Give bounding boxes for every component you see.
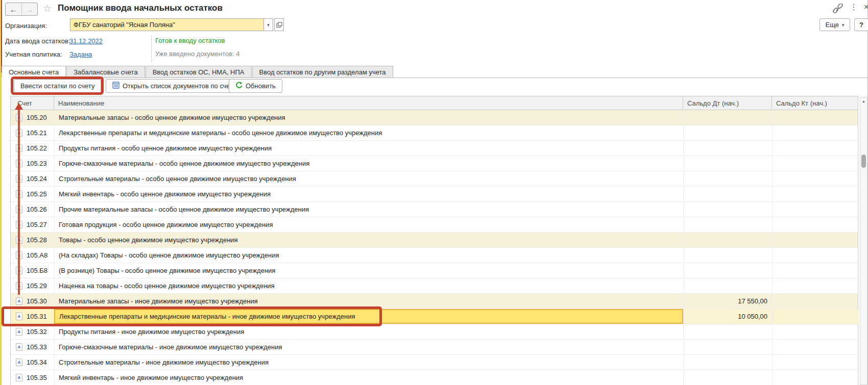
debit-balance-cell[interactable] bbox=[683, 202, 772, 217]
table-row[interactable]: А105.24Строительные материалы - особо це… bbox=[11, 171, 858, 187]
close-icon[interactable]: × bbox=[864, 3, 868, 12]
table-row[interactable]: А105.Б8(В рознице) Товары - особо ценное… bbox=[11, 263, 858, 278]
credit-balance-cell[interactable] bbox=[772, 294, 859, 309]
debit-balance-cell[interactable] bbox=[683, 263, 772, 278]
credit-balance-cell[interactable] bbox=[772, 263, 859, 278]
credit-balance-cell[interactable] bbox=[772, 187, 859, 201]
organization-input[interactable]: ФГБУ санаторий "Ясная Поляна" bbox=[70, 18, 264, 31]
get-link-icon[interactable] bbox=[832, 4, 843, 17]
accounting-policy-link[interactable]: Задана bbox=[69, 50, 92, 58]
account-cell[interactable]: А105.35 bbox=[11, 370, 54, 385]
account-cell[interactable]: А105.А8 bbox=[11, 248, 54, 263]
credit-balance-cell[interactable] bbox=[772, 324, 859, 339]
debit-balance-cell[interactable] bbox=[683, 187, 772, 201]
account-cell[interactable]: А105.27 bbox=[11, 217, 54, 232]
debit-balance-cell[interactable]: 10 050,00 bbox=[683, 309, 772, 324]
account-name-cell[interactable]: Продукты питания - иное движимое имущест… bbox=[54, 324, 683, 339]
table-row[interactable]: А105.32Продукты питания - иное движимое … bbox=[11, 324, 858, 340]
credit-balance-cell[interactable] bbox=[772, 141, 859, 156]
credit-balance-cell[interactable] bbox=[772, 156, 859, 171]
account-cell[interactable]: А105.30 bbox=[11, 294, 54, 309]
scrollbar-thumb[interactable] bbox=[861, 155, 866, 168]
table-row[interactable]: А105.22Продукты питания - особо ценное д… bbox=[11, 141, 858, 156]
account-cell[interactable]: А105.24 bbox=[11, 171, 54, 186]
debit-balance-cell[interactable] bbox=[683, 278, 772, 293]
table-row[interactable]: А105.31Лекарственные препараты и медицин… bbox=[11, 309, 858, 324]
debit-balance-cell[interactable]: 17 550,00 bbox=[683, 294, 772, 309]
credit-balance-cell[interactable] bbox=[772, 233, 859, 247]
account-cell[interactable]: А105.21 bbox=[11, 125, 54, 140]
scroll-up-icon[interactable]: ▲ bbox=[860, 97, 867, 105]
table-row[interactable]: А105.33Горюче-смазочные материалы - иное… bbox=[11, 340, 858, 355]
account-cell[interactable]: А105.25 bbox=[11, 187, 54, 201]
forward-button[interactable]: → bbox=[21, 3, 38, 15]
table-row[interactable]: А105.20Материальные запасы - особо ценно… bbox=[11, 110, 858, 125]
account-name-cell[interactable]: Готовая продукция - особо ценное движимо… bbox=[54, 217, 683, 232]
debit-balance-cell[interactable] bbox=[683, 324, 772, 339]
refresh-button[interactable]: Обновить bbox=[229, 79, 282, 93]
account-cell[interactable]: А105.28 bbox=[11, 233, 54, 247]
account-cell[interactable]: А105.22 bbox=[11, 141, 54, 156]
tab-2[interactable]: Ввод остатков ОС, НМА, НПА bbox=[146, 66, 252, 78]
credit-balance-cell[interactable] bbox=[772, 171, 859, 186]
favorite-star-icon[interactable]: ☆ bbox=[43, 3, 52, 14]
account-name-cell[interactable]: Наценка на товары - особо ценное движимо… bbox=[54, 278, 683, 293]
account-name-cell[interactable]: Горюче-смазочные материалы - особо ценно… bbox=[54, 156, 683, 171]
vertical-scrollbar[interactable]: ▲ bbox=[860, 97, 867, 385]
more-button[interactable]: Еще ▾ bbox=[819, 18, 850, 31]
credit-balance-cell[interactable] bbox=[772, 340, 859, 354]
account-name-cell[interactable]: Продукты питания - особо ценное движимое… bbox=[54, 141, 683, 156]
credit-balance-cell[interactable] bbox=[772, 202, 859, 217]
tab-1[interactable]: Забалансовые счета bbox=[66, 66, 144, 78]
more-menu-icon[interactable]: ⋮ bbox=[850, 2, 858, 12]
account-name-cell[interactable]: Горюче-смазочные материалы - иное движим… bbox=[54, 340, 683, 354]
account-cell[interactable]: А105.20 bbox=[11, 110, 54, 125]
table-row[interactable]: А105.А8(На складах) Товары - особо ценно… bbox=[11, 248, 858, 263]
back-button[interactable]: ← bbox=[6, 3, 21, 15]
account-cell[interactable]: А105.26 bbox=[11, 202, 54, 217]
account-cell[interactable]: А105.31 bbox=[11, 309, 54, 324]
tab-0[interactable]: Основные счета bbox=[2, 66, 66, 78]
account-cell[interactable]: А105.32 bbox=[11, 324, 54, 339]
account-name-cell[interactable]: Строительные материалы - иное движимое и… bbox=[54, 355, 683, 370]
account-name-cell[interactable]: (В рознице) Товары - особо ценное движим… bbox=[54, 263, 683, 278]
credit-balance-cell[interactable] bbox=[772, 248, 859, 263]
debit-balance-cell[interactable] bbox=[683, 340, 772, 354]
table-row[interactable]: А105.34Строительные материалы - иное дви… bbox=[11, 355, 858, 370]
credit-balance-cell[interactable] bbox=[772, 309, 859, 324]
table-row[interactable]: А105.23Горюче-смазочные материалы - особ… bbox=[11, 156, 858, 171]
debit-balance-cell[interactable] bbox=[683, 248, 772, 263]
column-header-credit[interactable]: Сальдо Кт (нач.) bbox=[772, 96, 859, 110]
account-cell[interactable]: А105.34 bbox=[11, 355, 54, 370]
account-name-cell[interactable]: Лекарственные препараты и медицинские ма… bbox=[54, 125, 683, 140]
organization-dropdown-button[interactable]: ▾ bbox=[264, 18, 273, 31]
debit-balance-cell[interactable] bbox=[683, 171, 772, 186]
account-cell[interactable]: А105.33 bbox=[11, 340, 54, 354]
credit-balance-cell[interactable] bbox=[772, 278, 859, 293]
account-name-cell[interactable]: (На складах) Товары - особо ценное движи… bbox=[54, 248, 683, 263]
credit-balance-cell[interactable] bbox=[772, 370, 859, 385]
debit-balance-cell[interactable] bbox=[683, 156, 772, 171]
debit-balance-cell[interactable] bbox=[683, 110, 772, 125]
account-name-cell[interactable]: Строительные материалы - особо ценное дв… bbox=[54, 171, 683, 186]
table-row[interactable]: А105.21Лекарственные препараты и медицин… bbox=[11, 125, 858, 141]
table-row[interactable]: А105.29Наценка на товары - особо ценное … bbox=[11, 278, 858, 294]
debit-balance-cell[interactable] bbox=[683, 233, 772, 247]
debit-balance-cell[interactable] bbox=[683, 355, 772, 370]
table-row[interactable]: А105.30Материальные запасы - иное движим… bbox=[11, 294, 858, 309]
help-button[interactable]: ? bbox=[854, 18, 868, 31]
balance-date-link[interactable]: 31.12.2022 bbox=[69, 37, 103, 45]
organization-open-button[interactable] bbox=[274, 18, 284, 31]
debit-balance-cell[interactable] bbox=[683, 125, 772, 140]
account-name-cell[interactable]: Материальные запасы - особо ценное движи… bbox=[54, 110, 683, 125]
credit-balance-cell[interactable] bbox=[772, 217, 859, 232]
account-cell[interactable]: А105.29 bbox=[11, 278, 54, 293]
table-row[interactable]: А105.26Прочие материальные запасы - особ… bbox=[11, 202, 858, 217]
enter-balances-button[interactable]: Ввести остатки по счету bbox=[14, 79, 101, 93]
account-name-cell[interactable]: Лекарственные препараты и медицинские ма… bbox=[54, 309, 683, 324]
table-row[interactable]: А105.28Товары - особо ценное движимое им… bbox=[11, 233, 858, 248]
account-cell[interactable]: А105.23 bbox=[11, 156, 54, 171]
account-name-cell[interactable]: Прочие материальные запасы - особо ценно… bbox=[54, 202, 683, 217]
column-header-name[interactable]: Наименование bbox=[54, 96, 683, 110]
credit-balance-cell[interactable] bbox=[772, 355, 859, 370]
